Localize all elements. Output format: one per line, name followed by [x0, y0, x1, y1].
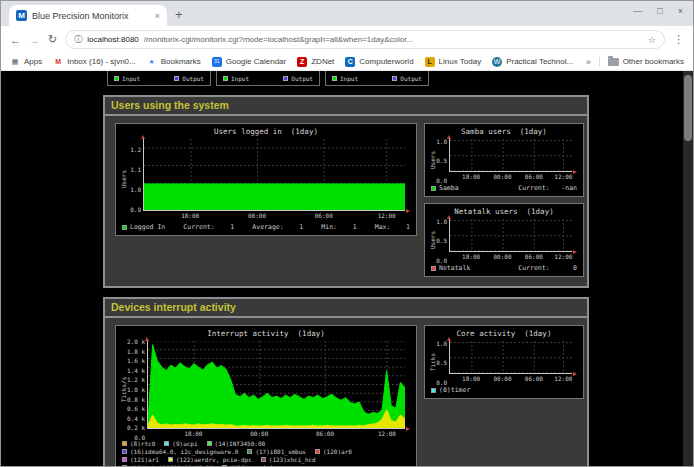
legend-item: (121)ar1: [122, 456, 159, 463]
bookmark-label: Google Calendar: [226, 57, 286, 66]
legend-swatch: [122, 457, 127, 462]
legend-item: Input: [114, 75, 140, 82]
legend-label: (123)xhci_hcd: [269, 456, 316, 463]
bookmark-star-icon[interactable]: ☆: [648, 35, 656, 45]
bookmark-item[interactable]: ▦Apps: [10, 57, 42, 67]
legend-item: Input: [332, 75, 358, 82]
x-axis-arrow-icon: [573, 170, 577, 174]
tab-bar: M Blue Precision Monitorix × + — □ ×: [1, 1, 693, 26]
bookmark-item[interactable]: ZZDNet: [297, 57, 334, 67]
legend-item: Netatalk: [431, 264, 470, 272]
legend-label: (122)aerdrv, pcie-dpc: [176, 456, 252, 463]
graph-legend: (0)timer: [428, 382, 580, 395]
plot-area: [143, 139, 405, 211]
section-users: Users using the system Users logged in (…: [103, 95, 589, 288]
y-tick: 0.4 k: [127, 414, 145, 421]
legend-label: (121)ar1: [130, 456, 159, 463]
graph-legend: Logged InCurrent: 1Average: 1Min: 1Max: …: [119, 219, 413, 232]
x-tick: 12:00: [378, 430, 396, 437]
new-tab-button[interactable]: +: [175, 7, 183, 22]
legend-label: Output: [182, 75, 204, 82]
bookmark-item[interactable]: ★Bookmarks: [147, 57, 201, 67]
scrollbar[interactable]: [683, 71, 693, 466]
close-button[interactable]: ×: [678, 6, 683, 16]
section-title: Devices interrupt activity: [105, 299, 587, 318]
partial-graph[interactable]: InputOutput: [107, 71, 211, 86]
legend-swatch: [174, 76, 179, 81]
graph-netatalk-users[interactable]: Netatalk users (1day) Users 1.00.50.0: [424, 203, 584, 277]
section-body: Interrupt activity (1day) Ticks/s 2.0 k1…: [105, 318, 587, 466]
page-content: InputOutputInputOutputInputOutput Users …: [1, 71, 693, 466]
bookmarks-right: » Other bookmarks: [586, 57, 684, 67]
forward-icon[interactable]: →: [29, 34, 40, 46]
other-bookmarks-label: Other bookmarks: [623, 57, 684, 66]
back-icon[interactable]: ←: [10, 34, 21, 46]
y-tick: 0.5: [436, 237, 447, 244]
legend-stat: Current: 1: [183, 223, 234, 231]
reload-icon[interactable]: ↻: [48, 33, 57, 46]
tab-title: Blue Precision Monitorix: [32, 11, 150, 21]
plot-area: [147, 341, 405, 429]
y-tick-labels: 1.00.50.0: [436, 139, 449, 180]
calendar-icon: 31: [212, 57, 222, 67]
browser-tab[interactable]: M Blue Precision Monitorix ×: [9, 5, 167, 26]
other-bookmarks-button[interactable]: Other bookmarks: [608, 57, 684, 66]
graph-core-activity[interactable]: Core activity (1day) Ticks 1.00.50.0: [424, 325, 584, 399]
y-tick-labels: 1.00.50.0: [436, 219, 449, 260]
legend-item: (8)rtc0: [122, 440, 155, 447]
bookmark-item[interactable]: LLinux Today: [425, 57, 482, 67]
legend-label: (9)acpi: [172, 440, 197, 447]
bookmark-label: Practical Technol...: [506, 57, 573, 66]
top-strip: InputOutputInputOutputInputOutput: [107, 71, 683, 86]
y-tick-labels: 1.00.50.0: [436, 341, 449, 382]
legend-item: (16)idma64.0, i2c_designware.0: [122, 448, 238, 455]
bookmark-item[interactable]: MInbox (16) - sjvn0...: [53, 57, 135, 67]
partial-graph[interactable]: InputOutput: [216, 71, 320, 86]
bookmark-label: Linux Today: [439, 57, 482, 66]
graph-interrupt-activity[interactable]: Interrupt activity (1day) Ticks/s 2.0 k1…: [115, 325, 417, 466]
url-path: /monitorix-cgi/monitorix.cgi?mode=localh…: [144, 35, 643, 44]
legend-item: (124)ahci[0000:00:17.0]: [122, 464, 213, 466]
maximize-button[interactable]: □: [657, 6, 662, 16]
legend-swatch: [114, 76, 119, 81]
bookmark-label: Computerworld: [359, 57, 413, 66]
legend-swatch: [431, 186, 436, 191]
legend-row: (8)rtc0(9)acpi(14)INT3450:00: [122, 440, 410, 447]
partial-graph[interactable]: InputOutput: [325, 71, 429, 86]
legend-label: Output: [400, 75, 422, 82]
bookmark-label: Inbox (16) - sjvn0...: [67, 57, 135, 66]
monitorix-favicon: M: [16, 10, 27, 21]
y-tick: 1.4 k: [127, 366, 145, 373]
legend-swatch: [122, 225, 127, 230]
x-tick: 06:00: [525, 173, 543, 180]
tab-close-icon[interactable]: ×: [155, 11, 160, 21]
x-tick: 00:00: [493, 173, 511, 180]
legend-label: Netatalk: [439, 264, 470, 272]
page-info-icon[interactable]: ⓘ: [74, 34, 82, 45]
y-tick: 1.0: [436, 339, 447, 346]
legend-swatch: [207, 441, 212, 446]
legend-label: (120)ar0: [323, 448, 352, 455]
x-tick: 12:00: [554, 173, 572, 180]
bookmarks-bar: ▦AppsMInbox (16) - sjvn0...★Bookmarks31G…: [1, 53, 693, 71]
menu-icon[interactable]: ⋮: [673, 33, 684, 46]
bookmark-item[interactable]: WPractical Technol...: [492, 57, 573, 67]
overflow-chevrons-icon[interactable]: »: [586, 57, 591, 67]
legend-label: Output: [291, 75, 313, 82]
legend-stat: Current: -nan: [518, 184, 577, 192]
minimize-button[interactable]: —: [633, 6, 642, 16]
graph-samba-users[interactable]: Samba users (1day) Users 1.00.50.0: [424, 123, 584, 197]
graph-users-logged-in[interactable]: Users logged in (1day) Users 1.21.11.00.…: [115, 123, 417, 236]
address-bar[interactable]: ⓘ localhost:8080/monitorix-cgi/monitorix…: [65, 30, 665, 49]
divider: [599, 57, 600, 67]
bookmark-item[interactable]: CComputerworld: [345, 57, 413, 67]
y-tick: 1.2 k: [127, 376, 145, 383]
x-tick-labels: 18:0000:0006:0012:00: [449, 374, 572, 382]
url-host: localhost:8080: [87, 35, 139, 44]
bookmark-item[interactable]: 31Google Calendar: [212, 57, 286, 67]
legend-row: SambaCurrent: -nan: [431, 184, 577, 192]
scrollbar-thumb[interactable]: [684, 75, 692, 141]
y-tick: 0.5: [436, 359, 447, 366]
legend-stat: Average: 1: [252, 223, 303, 231]
folder-icon: [608, 58, 619, 66]
